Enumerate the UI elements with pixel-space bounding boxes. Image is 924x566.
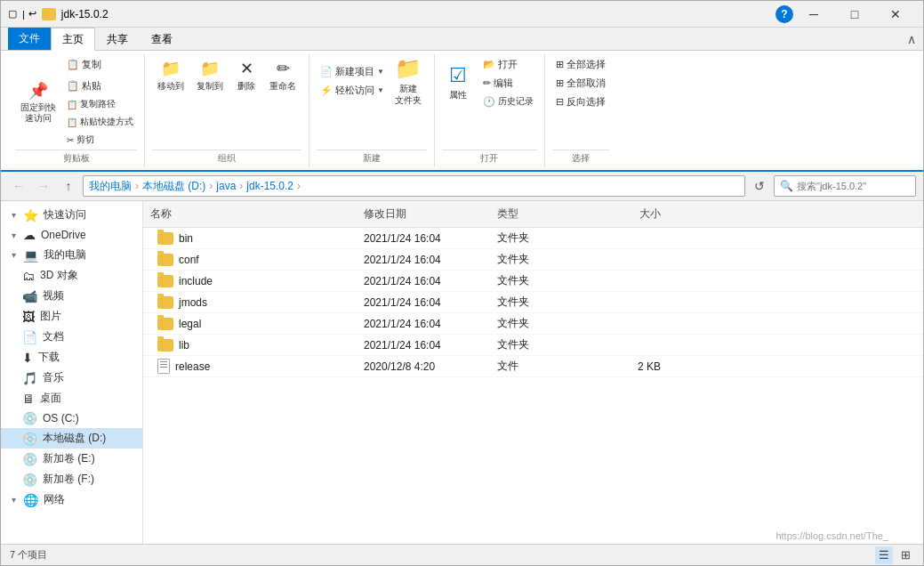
select-all-button[interactable]: ⊞ 全部选择 [552, 56, 609, 73]
col-header-size[interactable]: 大小 [597, 205, 668, 223]
sidebar-item-mypc[interactable]: ▾ 💻 我的电脑 [1, 245, 142, 265]
paste-button[interactable]: 📋 粘贴 [63, 77, 137, 94]
table-row[interactable]: jmods 2021/1/24 16:04 文件夹 [143, 292, 923, 313]
table-row[interactable]: bin 2021/1/24 16:04 文件夹 [143, 228, 923, 249]
path-jdk[interactable]: jdk-15.0.2 [246, 180, 293, 192]
sidebar-item-pictures[interactable]: 🖼 图片 [1, 306, 142, 327]
select-none-icon: ⊞ [556, 77, 564, 89]
search-box[interactable]: 🔍 [774, 175, 916, 197]
minimize-button[interactable]: ─ [793, 1, 834, 28]
copy-path-icon: 📋 [67, 100, 77, 109]
forward-button[interactable]: → [33, 175, 54, 197]
sidebar-item-cdrive[interactable]: 💿 OS (C:) [1, 408, 142, 428]
move-to-button[interactable]: 📁 移动到 [152, 56, 189, 95]
close-button[interactable]: ✕ [875, 1, 916, 28]
details-view-button[interactable]: ☰ [875, 546, 893, 564]
edit-button[interactable]: ✏ 编辑 [479, 75, 537, 92]
sidebar-item-edrive[interactable]: 💿 新加卷 (E:) [1, 449, 142, 469]
select-group-label: 选择 [552, 150, 609, 165]
sidebar-item-network[interactable]: ▾ 🌐 网络 [1, 489, 142, 510]
back-button[interactable]: ← [8, 175, 29, 197]
status-bar: 7 个项目 ☰ ⊞ [1, 544, 923, 565]
paste-label: 粘贴 [82, 79, 101, 93]
sidebar-item-video[interactable]: 📹 视频 [1, 286, 142, 306]
table-row[interactable]: legal 2021/1/24 16:04 文件夹 [143, 313, 923, 335]
sidebar-item-quickaccess[interactable]: ▾ ⭐ 快速访问 [1, 205, 142, 225]
cdrive-label: OS (C:) [43, 412, 79, 424]
easy-access-button[interactable]: ⚡ 轻松访问 ▼ [317, 82, 388, 99]
table-row[interactable]: lib 2021/1/24 16:04 文件夹 [143, 335, 923, 356]
help-button[interactable]: ? [775, 5, 793, 23]
path-drive[interactable]: 本地磁盘 (D:) [142, 179, 205, 194]
folder-icon [157, 296, 173, 309]
copy-button[interactable]: 📋 复制 [63, 56, 137, 73]
copy-to-button[interactable]: 📁 复制到 [191, 56, 229, 95]
sidebar-item-onedrive[interactable]: ▾ ☁ OneDrive [1, 225, 142, 245]
history-label: 历史记录 [498, 95, 534, 108]
folder-icon [157, 275, 173, 287]
properties-button[interactable]: ☑ 属性 [442, 62, 474, 103]
table-row[interactable]: conf 2021/1/24 16:04 文件夹 [143, 249, 923, 271]
pin-icon: 📌 [28, 81, 48, 101]
col-header-date[interactable]: 修改日期 [357, 205, 490, 223]
file-date: 2021/1/24 16:04 [357, 254, 490, 266]
sidebar-item-docs[interactable]: 📄 文档 [1, 327, 142, 347]
mypc-arrow-icon: ▾ [12, 250, 16, 260]
cut-button[interactable]: ✂ 剪切 [63, 132, 137, 148]
table-row[interactable]: include 2021/1/24 16:04 文件夹 [143, 271, 923, 292]
paste-shortcut-button[interactable]: 📋 粘贴快捷方式 [63, 114, 137, 130]
col-header-name[interactable]: 名称 [143, 205, 357, 223]
tab-view[interactable]: 查看 [140, 28, 184, 51]
window-title: jdk-15.0.2 [61, 8, 775, 20]
open-button[interactable]: 📂 打开 [479, 56, 537, 73]
sidebar-item-ddrive[interactable]: 💿 本地磁盘 (D:) [1, 428, 142, 449]
open-group-label: 打开 [442, 150, 537, 165]
refresh-button[interactable]: ↺ [749, 175, 770, 197]
path-sep-2: › [209, 180, 213, 192]
col-header-type[interactable]: 类型 [490, 205, 597, 223]
folder-icon [157, 339, 173, 352]
up-button[interactable]: ↑ [58, 175, 79, 197]
new-item-dropdown-icon: ▼ [377, 68, 384, 76]
file-type: 文件 [490, 359, 597, 374]
delete-icon: ✕ [240, 59, 253, 78]
path-computer[interactable]: 我的电脑 [89, 179, 132, 194]
path-java[interactable]: java [216, 180, 236, 192]
video-icon: 📹 [22, 289, 37, 303]
sidebar-item-downloads[interactable]: ⬇ 下载 [1, 347, 142, 368]
ribbon-collapse-button[interactable]: ∧ [907, 32, 916, 46]
large-icons-view-button[interactable]: ⊞ [896, 546, 914, 564]
sidebar-item-fdrive[interactable]: 💿 新加卷 (F:) [1, 469, 142, 489]
history-button[interactable]: 🕐 历史记录 [479, 93, 537, 109]
search-input[interactable] [797, 181, 910, 191]
copy-path-button[interactable]: 📋 复制路径 [63, 96, 137, 112]
table-row[interactable]: release 2020/12/8 4:20 文件 2 KB [143, 356, 923, 377]
file-type: 文件夹 [490, 230, 597, 246]
sidebar-item-music[interactable]: 🎵 音乐 [1, 368, 142, 388]
copy-label: 复制 [82, 58, 101, 71]
paste-shortcut-icon: 📋 [67, 117, 77, 127]
tab-file[interactable]: 文件 [8, 28, 51, 50]
file-date: 2021/1/24 16:04 [357, 275, 490, 287]
new-item-button[interactable]: 📄 新建项目 ▼ [317, 63, 388, 80]
file-list-header: 名称 修改日期 类型 大小 [143, 201, 923, 228]
sidebar-item-desktop[interactable]: 🖥 桌面 [1, 388, 142, 408]
address-path[interactable]: 我的电脑 › 本地磁盘 (D:) › java › jdk-15.0.2 › [83, 175, 745, 197]
pin-to-quickaccess-button[interactable]: 📌 固定到快速访问 [15, 77, 61, 127]
invert-selection-button[interactable]: ⊟ 反向选择 [552, 93, 609, 110]
maximize-button[interactable]: □ [834, 1, 875, 28]
rename-button[interactable]: ✏ 重命名 [264, 56, 301, 95]
onedrive-icon: ☁ [23, 228, 36, 242]
tab-share[interactable]: 共享 [95, 28, 140, 51]
ribbon-group-organize: 📁 移动到 📁 复制到 ✕ 删除 ✏ 重命名 组织 [145, 54, 309, 166]
file-name: bin [143, 232, 357, 245]
file-name-text: legal [179, 318, 201, 330]
sidebar-item-3d[interactable]: 🗂 3D 对象 [1, 265, 142, 286]
select-none-button[interactable]: ⊞ 全部取消 [552, 75, 609, 92]
downloads-icon: ⬇ [22, 351, 33, 365]
rename-icon: ✏ [277, 59, 290, 78]
docs-label: 文档 [43, 329, 64, 344]
delete-button[interactable]: ✕ 删除 [230, 56, 262, 95]
tab-home[interactable]: 主页 [51, 28, 95, 51]
new-folder-button[interactable]: 📁 新建文件夹 [390, 56, 427, 106]
